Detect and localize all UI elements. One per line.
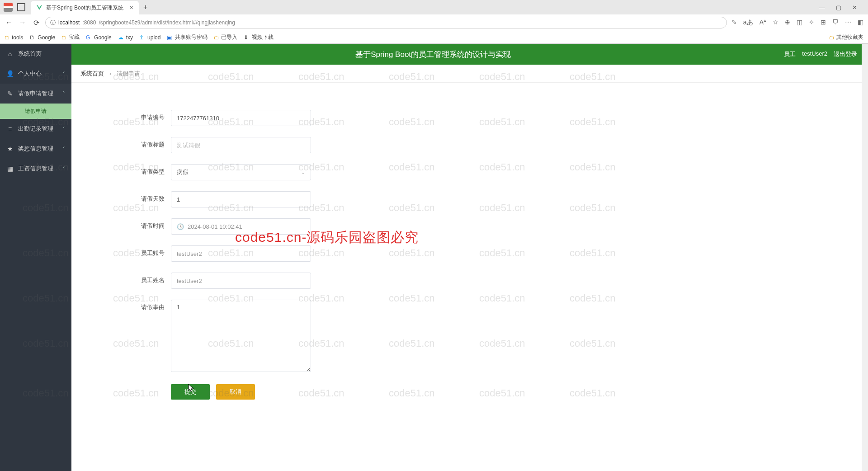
folder-icon: 🗀 [214,34,219,41]
bookmark-import[interactable]: 🗀已导入 [214,33,237,41]
back-button[interactable]: ← [5,19,14,27]
text-size-icon[interactable]: Aᴬ [760,19,766,27]
chevron-down-icon: ⌄ [301,170,305,175]
select-type[interactable]: 病假⌄ [171,164,311,180]
bookmark-baozang[interactable]: 🗀宝藏 [61,33,80,41]
minimize-icon[interactable]: — [819,4,825,11]
sidebar-item-label: 工资信息管理 [18,165,53,173]
input-request-no[interactable] [171,110,311,126]
cube-icon[interactable]: ⊕ [785,19,790,27]
leave-form: 申请编号 请假标题 请假类型 病假⌄ 请假天数 请假时间 🕓2024 [135,110,460,400]
cancel-button[interactable]: 取消 [216,384,255,400]
sidebar-item-leave[interactable]: ✎ 请假申请管理 ˄ [0,84,71,104]
input-days[interactable] [171,191,311,207]
new-tab-button[interactable]: + [143,3,147,11]
input-name[interactable] [171,273,311,289]
folder-icon: 🗀 [829,34,835,41]
sidebar-sub-label: 请假申请 [25,108,47,115]
page-icon: 🗋 [29,34,36,41]
input-title[interactable] [171,137,311,153]
address-bar: ← → ⟳ ⓘ localhost:8080/springboote45z9/a… [0,14,868,31]
row-reason: 请假事由 [135,300,460,373]
sidebar-item-reward[interactable]: ★ 奖惩信息管理 ˅ [0,139,71,159]
split-icon[interactable]: ◫ [797,19,802,27]
grid-icon: ▦ [6,165,14,172]
star-icon: ★ [6,145,14,152]
tab-overview-icon[interactable] [17,3,25,11]
sidebar-item-label: 奖惩信息管理 [18,145,53,153]
row-title: 请假标题 [135,137,460,153]
maximize-icon[interactable]: ▢ [836,4,841,11]
toolbar-icons: ✎ aあ Aᴬ ☆ ⊕ ◫ ✧ ⊞ ⛉ ⋯ ◧ [731,19,863,27]
shield-icon[interactable]: ⛉ [832,19,839,27]
sidebar-item-label: 请假申请管理 [18,89,53,98]
bookmark-tools[interactable]: 🗀tools [5,34,23,41]
sidebar-item-salary[interactable]: ▦ 工资信息管理 ˅ [0,159,71,179]
refresh-button[interactable]: ⟳ [32,19,41,27]
bookmark-other[interactable]: 🗀其他收藏夹 [829,33,863,41]
chevron-down-icon: ˅ [62,146,65,152]
sidebar-item-label: 出勤记录管理 [18,125,53,133]
input-time[interactable]: 🕓2024-08-01 10:02:41 [171,218,311,235]
download-icon: ⬇ [244,34,250,41]
select-value: 病假 [177,168,189,176]
sidebar-sub-leave-apply[interactable]: 请假申请 [0,104,71,119]
bookmark-share[interactable]: ▣共享账号密码 [167,33,208,41]
bookmark-txy[interactable]: ☁txy [118,34,133,41]
crumb-current: 请假申请 [117,70,140,78]
submit-button[interactable]: 提交 [171,384,210,400]
forward-button[interactable]: → [18,19,27,27]
row-account: 员工账号 [135,245,460,262]
chevron-down-icon: ˅ [62,126,65,132]
tab-bar: 基于Spring Boot的员工管理系统 × + — ▢ ✕ [0,0,868,14]
info-icon: ⓘ [50,19,56,27]
bookmark-video[interactable]: ⬇视频下载 [244,33,274,41]
header-user: 员工 testUser2 退出登录 [784,50,857,58]
bookmark-google2[interactable]: GGoogle [86,34,112,41]
browser-chrome: 基于Spring Boot的员工管理系统 × + — ▢ ✕ ← → ⟳ ⓘ l… [0,0,868,44]
url-port: :8080 [82,19,96,26]
close-window-icon[interactable]: ✕ [852,4,857,11]
more-icon[interactable]: ⋯ [845,19,851,27]
input-account[interactable] [171,245,311,262]
tab-title: 基于Spring Boot的员工管理系统 [46,4,123,12]
label-name: 员工姓名 [135,273,171,284]
label-days: 请假天数 [135,191,171,203]
vue-icon [36,5,42,11]
bookmark-google[interactable]: 🗋Google [29,34,55,41]
logout-link[interactable]: 退出登录 [834,50,857,58]
sidebar-item-profile[interactable]: 👤 个人中心 ˅ [0,64,71,84]
folder-icon: 🗀 [61,34,67,41]
bookmark-bar: 🗀tools 🗋Google 🗀宝藏 GGoogle ☁txy ↥uplod ▣… [0,31,868,43]
sidebar-icon[interactable]: ◧ [858,19,863,27]
url-input[interactable]: ⓘ localhost:8080/springboote45z9/admin/d… [45,17,727,28]
user-role: 员工 [784,50,796,58]
page-title: 基于Spring Boot的员工管理系统的设计与实现 [82,49,784,60]
url-host: localhost [58,19,80,26]
translate-icon[interactable]: aあ [743,19,753,27]
close-icon[interactable]: × [130,4,133,11]
edit-icon: ✎ [6,90,14,97]
label-reason: 请假事由 [135,300,171,311]
collections-icon[interactable]: ✧ [809,19,814,27]
scrollbar[interactable] [862,44,868,471]
user-icon: 👤 [6,70,14,77]
chevron-right-icon: › [109,70,111,77]
profile-icon[interactable] [4,3,13,12]
upload-icon: ↥ [139,34,146,41]
form-buttons: 提交 取消 [171,384,460,400]
sidebar-item-home[interactable]: ⌂ 系统首页 [0,44,71,64]
breadcrumb: 系统首页 › 请假申请 [71,65,868,83]
browser-tab[interactable]: 基于Spring Boot的员工管理系统 × [31,1,139,14]
extension-icon[interactable]: ⊞ [821,19,826,27]
sidebar-item-attendance[interactable]: ≡ 出勤记录管理 ˅ [0,119,71,139]
favorite-icon[interactable]: ☆ [773,19,778,27]
bookmark-uplod[interactable]: ↥uplod [139,34,160,41]
crumb-home[interactable]: 系统首页 [80,70,104,78]
sidebar: ⌂ 系统首页 👤 个人中心 ˅ ✎ 请假申请管理 ˄ 请假申请 ≡ 出勤记录管理… [0,44,71,471]
clock-icon: 🕓 [177,223,184,230]
content-area: 申请编号 请假标题 请假类型 病假⌄ 请假天数 请假时间 🕓2024 [71,83,868,471]
textarea-reason[interactable] [171,300,311,372]
window-controls: — ▢ ✕ [819,4,864,11]
wand-icon[interactable]: ✎ [731,19,737,27]
